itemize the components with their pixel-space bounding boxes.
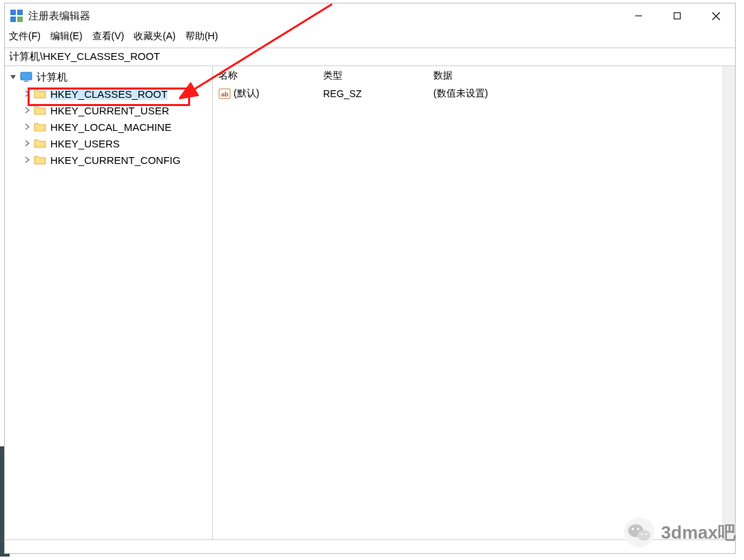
tree-root-label: 计算机 — [37, 71, 68, 84]
menu-file[interactable]: 文件(F) — [9, 30, 41, 43]
watermark: 3dmax吧 — [624, 517, 736, 548]
minimize-button[interactable] — [619, 3, 658, 28]
close-button[interactable] — [696, 3, 735, 28]
folder-icon — [34, 121, 46, 132]
folder-icon — [34, 154, 46, 165]
svg-point-17 — [641, 533, 642, 535]
tree-item-label: HKEY_CURRENT_USER — [50, 105, 169, 116]
folder-icon — [34, 105, 46, 116]
titlebar-left: 注册表编辑器 — [10, 10, 90, 23]
tree-pane[interactable]: 计算机 HKEY_CLASSES_ROOT HKEY_CURRENT_USER — [5, 66, 213, 539]
tree-item-label: HKEY_CLASSES_ROOT — [50, 88, 167, 100]
col-header-name[interactable]: 名称 — [213, 70, 323, 82]
tree-item-hkcu[interactable]: HKEY_CURRENT_USER — [19, 102, 212, 118]
menu-edit[interactable]: 编辑(E) — [50, 30, 83, 43]
window-controls — [619, 3, 735, 28]
chevron-right-icon[interactable] — [21, 121, 32, 132]
svg-rect-5 — [674, 13, 681, 19]
svg-rect-8 — [21, 72, 32, 80]
list-row[interactable]: ab (默认) REG_SZ (数值未设置) — [213, 85, 735, 102]
menu-view[interactable]: 查看(V) — [92, 30, 125, 43]
address-bar[interactable]: 计算机\HKEY_CLASSES_ROOT — [5, 48, 735, 66]
watermark-text: 3dmax吧 — [661, 521, 736, 545]
col-header-data[interactable]: 数据 — [433, 70, 735, 82]
computer-icon — [20, 72, 32, 83]
app-icon — [10, 10, 23, 22]
wechat-icon — [624, 517, 654, 548]
tree-item-hku[interactable]: HKEY_USERS — [19, 135, 212, 152]
folder-icon — [34, 138, 46, 149]
list-header: 名称 类型 数据 — [213, 66, 735, 85]
svg-rect-0 — [10, 10, 16, 15]
tree-item-label: HKEY_LOCAL_MACHINE — [50, 121, 172, 133]
titlebar: 注册表编辑器 — [5, 3, 735, 28]
menu-favorites[interactable]: 收藏夹(A) — [134, 30, 176, 43]
tree-item-hklm[interactable]: HKEY_LOCAL_MACHINE — [19, 118, 212, 135]
svg-point-18 — [645, 533, 647, 535]
values-pane: 名称 类型 数据 ab (默认) REG_SZ (数值未设置) — [213, 66, 735, 539]
folder-icon — [34, 88, 46, 99]
value-type: REG_SZ — [323, 88, 433, 99]
value-data: (数值未设置) — [433, 87, 735, 100]
svg-point-16 — [637, 528, 639, 530]
chevron-right-icon[interactable] — [21, 154, 32, 165]
content-area: 计算机 HKEY_CLASSES_ROOT HKEY_CURRENT_USER — [5, 66, 735, 539]
chevron-down-icon[interactable] — [8, 72, 19, 83]
menubar: 文件(F) 编辑(E) 查看(V) 收藏夹(A) 帮助(H) — [5, 28, 735, 48]
window-title: 注册表编辑器 — [28, 10, 90, 23]
maximize-button[interactable] — [658, 3, 696, 28]
tree-root-row[interactable]: 计算机 — [5, 69, 212, 85]
svg-text:ab: ab — [221, 91, 229, 98]
vertical-scrollbar[interactable] — [723, 66, 735, 539]
tree-item-label: HKEY_USERS — [50, 138, 120, 149]
svg-rect-9 — [24, 81, 28, 82]
svg-rect-2 — [10, 17, 16, 22]
svg-point-15 — [632, 528, 634, 530]
svg-point-14 — [637, 530, 650, 541]
chevron-right-icon[interactable] — [21, 88, 32, 99]
chevron-right-icon[interactable] — [21, 105, 32, 116]
regedit-window: 注册表编辑器 文件(F) 编辑(E) 查看(V) 收藏夹(A) 帮助(H) 计算… — [4, 3, 736, 554]
tree-item-hkcc[interactable]: HKEY_CURRENT_CONFIG — [19, 152, 212, 168]
chevron-right-icon[interactable] — [21, 138, 32, 149]
string-value-icon: ab — [218, 87, 231, 100]
value-name: (默认) — [234, 87, 259, 100]
svg-rect-1 — [17, 10, 23, 15]
col-header-type[interactable]: 类型 — [323, 70, 433, 82]
tree-item-label: HKEY_CURRENT_CONFIG — [50, 154, 180, 166]
menu-help[interactable]: 帮助(H) — [185, 30, 218, 43]
tree-item-hkcr[interactable]: HKEY_CLASSES_ROOT — [19, 85, 212, 102]
svg-rect-3 — [17, 17, 23, 22]
